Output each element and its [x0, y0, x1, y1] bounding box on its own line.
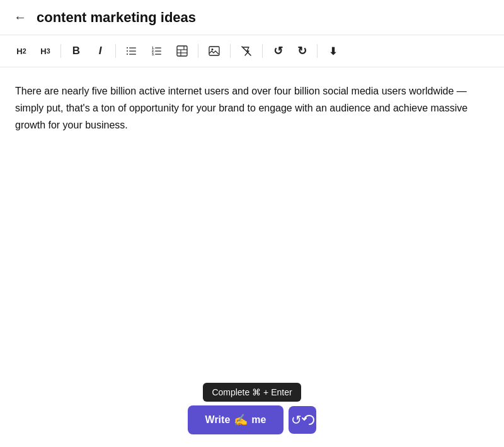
- image-icon: [209, 45, 220, 57]
- undo-svg-icon: [302, 414, 314, 426]
- editor-content: There are nearly five billion active int…: [15, 82, 481, 134]
- svg-rect-12: [177, 46, 187, 56]
- cursor-icon: ✍: [234, 413, 248, 427]
- table-icon: [176, 45, 188, 57]
- button-row: Write ✍ me ↺: [188, 405, 317, 434]
- back-button[interactable]: ←: [11, 9, 29, 26]
- toolbar-italic[interactable]: I: [89, 41, 112, 61]
- toolbar-separator-3: [198, 44, 198, 58]
- toolbar-table[interactable]: [170, 42, 194, 60]
- toolbar-redo[interactable]: ↻: [290, 40, 313, 62]
- page-title: content marketing ideas: [37, 9, 196, 26]
- tooltip-text: Complete ⌘ + Enter: [212, 387, 292, 397]
- bottom-action-area: Complete ⌘ + Enter Write ✍ me ↺: [0, 383, 504, 434]
- toolbar: H2 H3 B I 1. 2. 3.: [0, 35, 504, 67]
- svg-rect-0: [127, 47, 128, 48]
- toolbar-bullet-list[interactable]: [120, 42, 144, 60]
- complete-tooltip: Complete ⌘ + Enter: [203, 383, 301, 402]
- svg-rect-17: [209, 47, 219, 55]
- toolbar-image[interactable]: [202, 42, 226, 60]
- app-wrapper: ← content marketing ideas H2 H3 B I 1. 2: [0, 0, 504, 447]
- toolbar-h2[interactable]: H2: [10, 43, 33, 60]
- toolbar-download[interactable]: ⬇: [321, 42, 344, 61]
- toolbar-h3[interactable]: H3: [34, 43, 57, 60]
- svg-point-18: [212, 48, 214, 50]
- ordered-list-icon: 1. 2. 3.: [151, 45, 163, 57]
- toolbar-separator-4: [230, 44, 231, 58]
- write-label: Write: [205, 414, 231, 426]
- toolbar-separator-1: [60, 44, 61, 58]
- bullet-list-icon: [126, 45, 137, 57]
- toolbar-ordered-list[interactable]: 1. 2. 3.: [145, 42, 169, 60]
- svg-rect-9: [155, 51, 161, 52]
- svg-rect-1: [129, 48, 136, 48]
- svg-rect-11: [155, 54, 161, 55]
- toolbar-bold[interactable]: B: [65, 41, 88, 61]
- svg-rect-4: [127, 54, 128, 55]
- svg-rect-7: [155, 48, 161, 48]
- editor-area[interactable]: There are nearly five billion active int…: [0, 67, 504, 357]
- toolbar-undo[interactable]: ↺: [266, 40, 289, 62]
- undo-action-button[interactable]: ↺: [289, 406, 316, 434]
- svg-text:3.: 3.: [152, 52, 155, 56]
- toolbar-separator-6: [317, 44, 318, 58]
- back-icon: ←: [14, 10, 26, 25]
- write-suffix: me: [251, 414, 266, 426]
- svg-rect-2: [127, 50, 128, 52]
- toolbar-separator-2: [115, 44, 116, 58]
- header: ← content marketing ideas: [0, 0, 504, 35]
- undo-icon: ↺: [291, 412, 302, 427]
- svg-rect-3: [129, 51, 136, 52]
- toolbar-separator-5: [262, 44, 263, 58]
- write-me-button[interactable]: Write ✍ me: [188, 405, 284, 434]
- toolbar-clear-format[interactable]: [234, 42, 258, 60]
- clear-format-icon: [241, 45, 252, 57]
- svg-rect-5: [129, 54, 136, 55]
